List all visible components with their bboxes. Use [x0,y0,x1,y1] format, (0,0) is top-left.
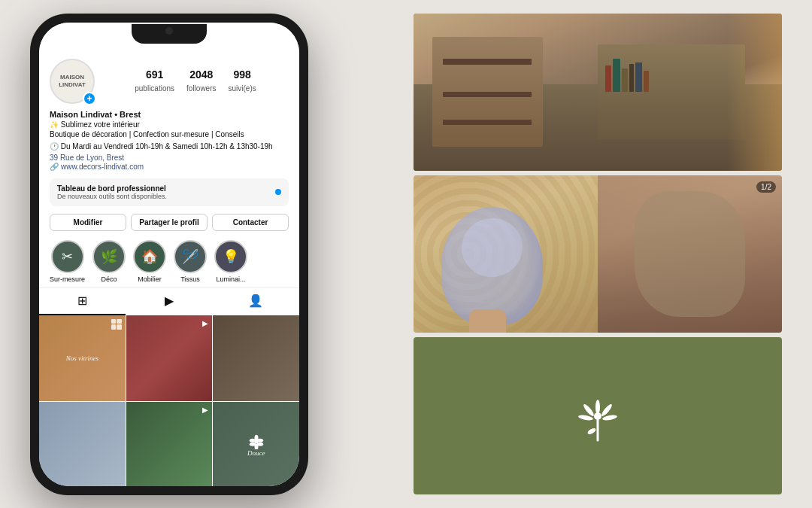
ig-grid-item-red[interactable]: ▶ [126,315,213,402]
vase-photo-container: 1/2 [414,175,782,333]
ig-dashboard-dot [275,189,281,195]
person-silhouette [635,191,745,317]
multi-photo-icon [111,319,122,330]
ig-highlight-circle-sur-mesure: ✂ [51,240,84,273]
ig-action-buttons: Modifier Partager le profil Contacter [39,209,299,236]
book-1 [605,65,611,92]
ig-grid-item-vitrine[interactable]: Nos vitrines [39,315,126,402]
svg-point-14 [586,427,596,435]
ig-bio: Maison Lindivat • Brest ✨ Sublimez votre… [39,110,299,175]
page: MAISONLINDIVAT + 691 publications 2048 [0,0,812,508]
ig-hours-text: 🕐 Du Mardi au Vendredi 10h-19h & Samedi … [50,141,273,152]
ig-avatar-wrap: MAISONLINDIVAT + [50,59,95,104]
vase-highlight [456,214,526,282]
ig-hours: 🕐 Du Mardi au Vendredi 10h-19h & Samedi … [50,141,289,152]
ig-highlight-luminai[interactable]: 💡 Luminai... [214,240,247,283]
ig-grid-item-interior[interactable] [213,315,299,402]
ig-highlight-deco[interactable]: 🌿 Déco [92,240,126,283]
ig-highlight-mobilier[interactable]: 🏠 Mobilier [133,240,166,283]
ig-highlight-label-deco: Déco [102,275,117,283]
ig-grid-douce-text: Douce [247,449,265,457]
ig-highlights: ✂ Sur-mesure 🌿 Déco 🏠 Mobilier 🪡 Tissus [39,236,299,287]
ig-account-name: Maison Lindivat • Brest [50,110,289,119]
ig-address-link[interactable]: 39 Rue de Lyon, Brest [50,154,289,162]
shelf-row-3 [443,120,532,125]
ig-photo-grid: Nos vitrines ▶ ▶ [39,315,299,486]
ig-stat-following: 998 suivi(e)s [229,68,256,94]
vase-left [414,175,598,333]
ig-highlight-circle-tissus: 🪡 [174,240,207,273]
douce-flower-icon [249,434,264,449]
ig-highlight-circle-mobilier: 🏠 [133,240,166,273]
svg-point-13 [594,412,601,420]
right-photo-logo [414,337,782,494]
ig-highlight-label-sur-mesure: Sur-mesure [50,275,85,283]
book-4 [629,64,634,92]
ig-follow-plus-button[interactable]: + [83,92,96,105]
ig-dashboard-title: Tableau de bord professionnel [57,184,167,193]
ig-website-text: www.decors-lindivat.com [61,163,144,171]
ig-highlight-circle-luminai: 💡 [214,240,247,273]
ig-edit-button[interactable]: Modifier [50,214,126,231]
shelf-unit-1 [432,37,543,148]
svg-point-6 [254,440,258,443]
ig-tab-grid[interactable]: ⊞ [39,288,126,315]
book-2 [613,59,620,92]
shop-photo-bg [414,14,782,171]
ig-dashboard-text: Tableau de bord professionnel De nouveau… [57,184,167,200]
ig-tab-reels[interactable]: ▶ [126,288,212,315]
phone-content: MAISONLINDIVAT + 691 publications 2048 [39,53,299,486]
ig-profile-header: MAISONLINDIVAT + 691 publications 2048 [39,53,299,110]
ig-highlight-label-luminai: Luminai... [217,275,246,283]
ig-dashboard-banner[interactable]: Tableau de bord professionnel De nouveau… [50,178,289,206]
ig-highlight-sur-mesure[interactable]: ✂ Sur-mesure [50,240,85,283]
ig-stat-followers-value: 2048 [186,68,216,81]
phone-screen: MAISONLINDIVAT + 691 publications 2048 [39,23,299,486]
ig-description: Boutique de décoration | Confection sur-… [50,129,289,140]
ig-website-link[interactable]: 🔗 www.decors-lindivat.com [50,163,289,171]
right-photo-shop [414,14,782,171]
ig-content-tabs: ⊞ ▶ 👤 [39,287,299,315]
ig-tab-tagged[interactable]: 👤 [213,288,299,315]
svg-point-4 [249,442,255,446]
photo-badge-1-2: 1/2 [756,181,776,193]
book-3 [622,68,628,92]
right-photo-vase: 1/2 [414,175,782,333]
ig-contact-button[interactable]: Contacter [212,214,289,231]
ig-tagline: ✨ Sublimez votre intérieur [50,120,289,129]
book-5 [635,62,642,93]
book-6 [644,71,649,93]
shelf-unit-2 [598,44,745,139]
ig-grid-item-douce[interactable]: Douce [213,402,299,485]
fabric-display [727,14,783,171]
ig-highlight-label-tissus: Tissus [180,275,200,283]
ig-highlight-tissus[interactable]: 🪡 Tissus [174,240,207,283]
ig-highlight-label-mobilier: Mobilier [138,275,162,283]
ig-stats: 691 publications 2048 followers 998 suiv… [102,68,289,94]
lindivat-logo-svg [568,386,628,446]
ig-profile-row: MAISONLINDIVAT + 691 publications 2048 [50,59,289,104]
ig-link-icon: 🔗 [50,163,59,171]
ig-address-text: 39 Rue de Lyon, Brest [50,154,124,162]
ig-share-button[interactable]: Partager le profil [131,214,208,231]
ig-stat-followers: 2048 followers [186,68,216,94]
ig-grid-item-tropical[interactable]: ▶ [126,402,213,485]
book-row [605,59,738,92]
video-overlay-icon-2: ▶ [202,406,208,414]
ig-stat-followers-label: followers [186,84,216,93]
ig-stat-publications-value: 691 [135,68,174,81]
phone-device: MAISONLINDIVAT + 691 publications 2048 [30,14,308,495]
ig-stat-publications-label: publications [135,84,174,93]
ig-grid-vitrine-text: Nos vitrines [66,354,98,362]
ig-stat-following-value: 998 [229,68,256,81]
ig-grid-item-vase[interactable] [39,402,126,485]
ig-dashboard-subtitle: De nouveaux outils sont disponibles. [57,193,167,200]
right-photos-panel: 1/2 [414,14,782,495]
vase-right [598,175,782,333]
ig-stat-publications: 691 publications [135,68,174,94]
ig-highlight-circle-deco: 🌿 [92,240,126,273]
shelf-row-1 [443,59,532,64]
ig-brand-logo: MAISONLINDIVAT [59,74,86,88]
shelf-row-2 [443,92,532,97]
glass-vase-shape [441,207,543,325]
